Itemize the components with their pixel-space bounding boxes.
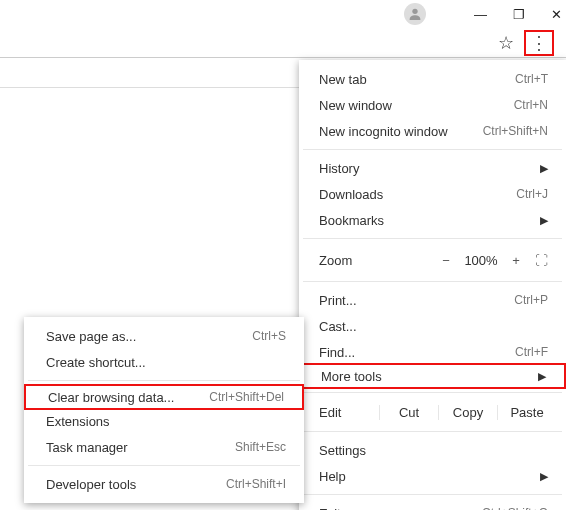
label: More tools — [321, 369, 382, 384]
submenu-arrow-icon: ▶ — [538, 370, 546, 383]
label: Settings — [319, 443, 366, 458]
menu-item-exit[interactable]: Exit Ctrl+Shift+Q — [299, 500, 566, 510]
main-menu-button[interactable]: ⋮ — [524, 30, 554, 56]
menu-item-zoom: Zoom − 100% + ⛶ — [299, 244, 566, 276]
shortcut: Ctrl+Shift+I — [226, 477, 286, 491]
menu-separator — [303, 149, 562, 150]
shortcut: Ctrl+N — [514, 98, 548, 112]
label: Print... — [319, 293, 357, 308]
submenu-item-task-manager[interactable]: Task manager Shift+Esc — [24, 434, 304, 460]
minimize-button[interactable]: — — [474, 7, 487, 22]
submenu-arrow-icon: ▶ — [540, 214, 548, 227]
submenu-item-extensions[interactable]: Extensions — [24, 408, 304, 434]
zoom-value: 100% — [460, 253, 502, 268]
submenu-item-clear-browsing-data[interactable]: Clear browsing data... Ctrl+Shift+Del — [24, 384, 304, 410]
edit-copy-button[interactable]: Copy — [438, 405, 497, 420]
more-tools-submenu: Save page as... Ctrl+S Create shortcut..… — [24, 317, 304, 503]
label: Developer tools — [46, 477, 136, 492]
shortcut: Ctrl+P — [514, 293, 548, 307]
zoom-in-button[interactable]: + — [502, 253, 530, 268]
window-controls: — ❐ ✕ — [474, 7, 562, 22]
menu-separator — [28, 465, 300, 466]
menu-item-settings[interactable]: Settings — [299, 437, 566, 463]
menu-item-edit: Edit Cut Copy Paste — [299, 398, 566, 426]
label: New incognito window — [319, 124, 448, 139]
label: New window — [319, 98, 392, 113]
profile-avatar-icon[interactable] — [404, 3, 426, 25]
submenu-arrow-icon: ▶ — [540, 470, 548, 483]
label: Cast... — [319, 319, 357, 334]
maximize-button[interactable]: ❐ — [513, 7, 525, 22]
label: Zoom — [319, 253, 432, 268]
label: New tab — [319, 72, 367, 87]
menu-separator — [303, 281, 562, 282]
menu-item-history[interactable]: History ▶ — [299, 155, 566, 181]
submenu-item-save-page-as[interactable]: Save page as... Ctrl+S — [24, 323, 304, 349]
svg-point-0 — [412, 9, 417, 14]
shortcut: Ctrl+T — [515, 72, 548, 86]
shortcut: Shift+Esc — [235, 440, 286, 454]
fullscreen-icon[interactable]: ⛶ — [530, 253, 554, 268]
menu-item-find[interactable]: Find... Ctrl+F — [299, 339, 566, 365]
label: Clear browsing data... — [48, 390, 174, 405]
zoom-out-button[interactable]: − — [432, 253, 460, 268]
menu-separator — [303, 392, 562, 393]
menu-separator — [303, 494, 562, 495]
label: Help — [319, 469, 346, 484]
shortcut: Ctrl+S — [252, 329, 286, 343]
main-menu-dropdown: New tab Ctrl+T New window Ctrl+N New inc… — [299, 60, 566, 510]
submenu-arrow-icon: ▶ — [540, 162, 548, 175]
bookmark-star-icon[interactable]: ☆ — [498, 32, 514, 54]
shortcut: Ctrl+Shift+Q — [482, 506, 548, 510]
submenu-item-developer-tools[interactable]: Developer tools Ctrl+Shift+I — [24, 471, 304, 497]
menu-separator — [28, 380, 300, 381]
label: Bookmarks — [319, 213, 384, 228]
close-button[interactable]: ✕ — [551, 7, 562, 22]
menu-item-downloads[interactable]: Downloads Ctrl+J — [299, 181, 566, 207]
shortcut: Ctrl+F — [515, 345, 548, 359]
label: Task manager — [46, 440, 128, 455]
menu-item-new-window[interactable]: New window Ctrl+N — [299, 92, 566, 118]
submenu-item-create-shortcut[interactable]: Create shortcut... — [24, 349, 304, 375]
menu-item-bookmarks[interactable]: Bookmarks ▶ — [299, 207, 566, 233]
label: Create shortcut... — [46, 355, 146, 370]
label: Downloads — [319, 187, 383, 202]
edit-paste-button[interactable]: Paste — [497, 405, 556, 420]
label: Find... — [319, 345, 355, 360]
window-titlebar: — ❐ ✕ — [0, 0, 566, 28]
label: Extensions — [46, 414, 110, 429]
menu-item-help[interactable]: Help ▶ — [299, 463, 566, 489]
address-toolbar: ☆ ⋮ — [0, 28, 566, 58]
menu-item-print[interactable]: Print... Ctrl+P — [299, 287, 566, 313]
label: Exit — [319, 506, 341, 511]
menu-separator — [303, 238, 562, 239]
shortcut: Ctrl+Shift+Del — [209, 390, 284, 404]
edit-cut-button[interactable]: Cut — [379, 405, 438, 420]
label: Save page as... — [46, 329, 136, 344]
shortcut: Ctrl+Shift+N — [483, 124, 548, 138]
label: History — [319, 161, 359, 176]
menu-separator — [303, 431, 562, 432]
label: Edit — [319, 405, 379, 420]
menu-item-cast[interactable]: Cast... — [299, 313, 566, 339]
menu-item-new-incognito[interactable]: New incognito window Ctrl+Shift+N — [299, 118, 566, 144]
menu-item-new-tab[interactable]: New tab Ctrl+T — [299, 66, 566, 92]
shortcut: Ctrl+J — [516, 187, 548, 201]
menu-item-more-tools[interactable]: More tools ▶ — [299, 363, 566, 389]
